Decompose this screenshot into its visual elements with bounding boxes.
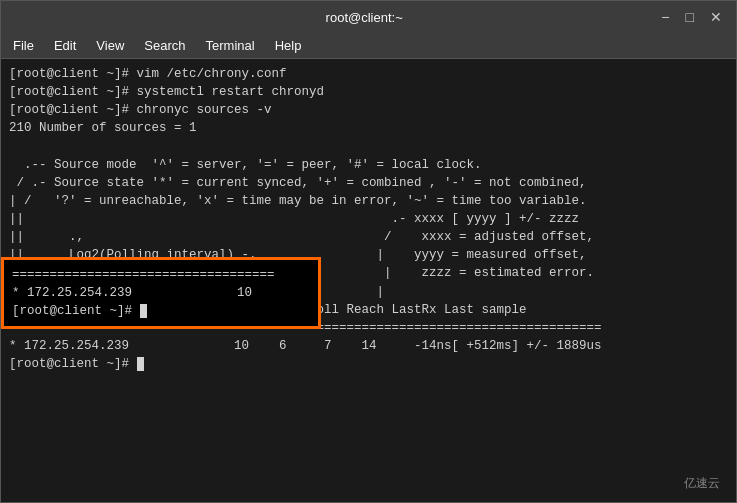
menu-file[interactable]: File xyxy=(5,36,42,55)
terminal-line-7: / .- Source state '*' = current synced, … xyxy=(9,174,728,192)
terminal-prompt-final: [root@client ~]# xyxy=(9,355,728,373)
overlay-separator: =================================== xyxy=(12,266,310,284)
terminal-line-4: 210 Number of sources = 1 xyxy=(9,119,728,137)
menu-bar: File Edit View Search Terminal Help xyxy=(1,33,736,59)
title-bar: root@client:~ − □ ✕ xyxy=(1,1,736,33)
terminal-line-8: | / '?' = unreachable, 'x' = time may be… xyxy=(9,192,728,210)
menu-help[interactable]: Help xyxy=(267,36,310,55)
maximize-button[interactable]: □ xyxy=(682,9,698,25)
terminal-line-5 xyxy=(9,138,728,156)
window-title: root@client:~ xyxy=(71,10,657,25)
terminal-window: root@client:~ − □ ✕ File Edit View Searc… xyxy=(0,0,737,503)
terminal-line-6: .-- Source mode '^' = server, '=' = peer… xyxy=(9,156,728,174)
overlay-prompt: [root@client ~]# xyxy=(12,302,310,320)
menu-view[interactable]: View xyxy=(88,36,132,55)
window-controls: − □ ✕ xyxy=(657,9,726,25)
minimize-button[interactable]: − xyxy=(657,9,673,25)
menu-edit[interactable]: Edit xyxy=(46,36,84,55)
terminal-line-2: [root@client ~]# systemctl restart chron… xyxy=(9,83,728,101)
terminal-content: [root@client ~]# vim /etc/chrony.conf [r… xyxy=(1,59,736,502)
terminal-data-row: * 172.25.254.239 10 6 7 14 -14ns[ +512ms… xyxy=(9,337,728,355)
overlay-data: * 172.25.254.239 10 xyxy=(12,284,310,302)
watermark: 亿速云 xyxy=(684,475,720,492)
terminal-line-10: || ., / xxxx = adjusted offset, xyxy=(9,228,728,246)
menu-terminal[interactable]: Terminal xyxy=(198,36,263,55)
terminal-line-3: [root@client ~]# chronyc sources -v xyxy=(9,101,728,119)
terminal-line-1: [root@client ~]# vim /etc/chrony.conf xyxy=(9,65,728,83)
menu-search[interactable]: Search xyxy=(136,36,193,55)
terminal-line-9: || .- xxxx [ yyyy ] +/- zzzz xyxy=(9,210,728,228)
overlay-highlight-box: =================================== * 17… xyxy=(1,257,321,329)
close-button[interactable]: ✕ xyxy=(706,9,726,25)
